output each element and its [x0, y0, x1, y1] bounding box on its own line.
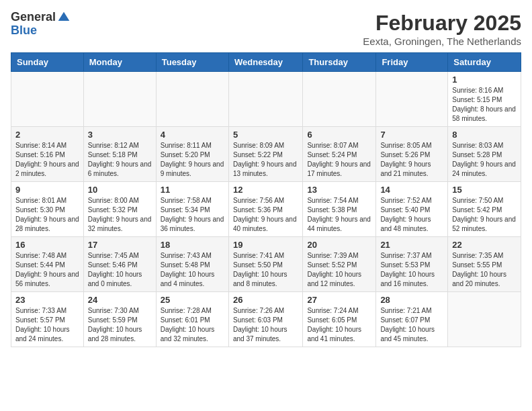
calendar-week-row: 2Sunrise: 8:14 AM Sunset: 5:16 PM Daylig…	[11, 127, 521, 182]
calendar-cell	[376, 72, 448, 127]
day-info: Sunrise: 7:54 AM Sunset: 5:38 PM Dayligh…	[307, 196, 371, 234]
day-number: 5	[233, 130, 298, 140]
day-info: Sunrise: 8:01 AM Sunset: 5:30 PM Dayligh…	[15, 196, 79, 234]
day-number: 9	[15, 185, 79, 195]
day-number: 8	[452, 130, 517, 140]
weekday-header-friday: Friday	[376, 53, 448, 72]
calendar-cell: 28Sunrise: 7:21 AM Sunset: 6:07 PM Dayli…	[376, 292, 448, 347]
day-info: Sunrise: 7:52 AM Sunset: 5:40 PM Dayligh…	[380, 196, 443, 234]
day-number: 17	[88, 240, 152, 250]
weekday-header-thursday: Thursday	[303, 53, 376, 72]
calendar-cell: 17Sunrise: 7:45 AM Sunset: 5:46 PM Dayli…	[83, 237, 156, 292]
calendar-week-row: 9Sunrise: 8:01 AM Sunset: 5:30 PM Daylig…	[11, 182, 521, 237]
weekday-header-monday: Monday	[83, 53, 156, 72]
calendar-week-row: 16Sunrise: 7:48 AM Sunset: 5:44 PM Dayli…	[11, 237, 521, 292]
day-info: Sunrise: 7:37 AM Sunset: 5:53 PM Dayligh…	[380, 251, 443, 289]
calendar-cell: 1Sunrise: 8:16 AM Sunset: 5:15 PM Daylig…	[448, 72, 521, 127]
day-number: 25	[161, 295, 224, 305]
day-number: 18	[161, 240, 224, 250]
logo-blue-text: Blue	[11, 24, 71, 38]
calendar-cell: 20Sunrise: 7:39 AM Sunset: 5:52 PM Dayli…	[303, 237, 376, 292]
calendar-table: SundayMondayTuesdayWednesdayThursdayFrid…	[11, 52, 521, 347]
weekday-header-saturday: Saturday	[448, 53, 521, 72]
day-info: Sunrise: 8:03 AM Sunset: 5:28 PM Dayligh…	[452, 141, 517, 179]
calendar-cell: 18Sunrise: 7:43 AM Sunset: 5:48 PM Dayli…	[156, 237, 228, 292]
day-info: Sunrise: 7:24 AM Sunset: 6:05 PM Dayligh…	[307, 306, 371, 344]
day-number: 3	[88, 130, 152, 140]
logo-general-text: General	[11, 11, 56, 24]
day-number: 23	[15, 295, 79, 305]
calendar-cell: 2Sunrise: 8:14 AM Sunset: 5:16 PM Daylig…	[11, 127, 84, 182]
day-info: Sunrise: 7:26 AM Sunset: 6:03 PM Dayligh…	[233, 306, 298, 344]
day-number: 1	[452, 75, 517, 85]
calendar-cell: 15Sunrise: 7:50 AM Sunset: 5:42 PM Dayli…	[448, 182, 521, 237]
day-number: 16	[15, 240, 79, 250]
day-number: 11	[161, 185, 224, 195]
calendar-cell: 23Sunrise: 7:33 AM Sunset: 5:57 PM Dayli…	[11, 292, 84, 347]
day-info: Sunrise: 8:11 AM Sunset: 5:20 PM Dayligh…	[161, 141, 224, 179]
day-info: Sunrise: 7:43 AM Sunset: 5:48 PM Dayligh…	[161, 251, 224, 289]
weekday-header-wednesday: Wednesday	[228, 53, 302, 72]
calendar-cell: 8Sunrise: 8:03 AM Sunset: 5:28 PM Daylig…	[448, 127, 521, 182]
calendar-cell: 10Sunrise: 8:00 AM Sunset: 5:32 PM Dayli…	[83, 182, 156, 237]
weekday-header-tuesday: Tuesday	[156, 53, 228, 72]
day-number: 19	[233, 240, 298, 250]
month-title: February 2025	[363, 11, 521, 36]
calendar-cell	[448, 292, 521, 347]
day-number: 4	[161, 130, 224, 140]
calendar-cell: 21Sunrise: 7:37 AM Sunset: 5:53 PM Dayli…	[376, 237, 448, 292]
day-info: Sunrise: 7:39 AM Sunset: 5:52 PM Dayligh…	[307, 251, 371, 289]
location-subtitle: Eexta, Groningen, The Netherlands	[363, 36, 521, 47]
calendar-cell: 22Sunrise: 7:35 AM Sunset: 5:55 PM Dayli…	[448, 237, 521, 292]
day-number: 20	[307, 240, 371, 250]
day-info: Sunrise: 7:45 AM Sunset: 5:46 PM Dayligh…	[88, 251, 152, 289]
day-info: Sunrise: 7:50 AM Sunset: 5:42 PM Dayligh…	[452, 196, 517, 234]
logo-icon	[57, 11, 71, 24]
day-info: Sunrise: 8:00 AM Sunset: 5:32 PM Dayligh…	[88, 196, 152, 234]
day-number: 24	[88, 295, 152, 305]
day-info: Sunrise: 7:30 AM Sunset: 5:59 PM Dayligh…	[88, 306, 152, 344]
day-info: Sunrise: 8:05 AM Sunset: 5:26 PM Dayligh…	[380, 141, 443, 179]
logo: General Blue	[11, 11, 71, 38]
calendar-cell	[83, 72, 156, 127]
day-info: Sunrise: 8:07 AM Sunset: 5:24 PM Dayligh…	[307, 141, 371, 179]
calendar-cell: 6Sunrise: 8:07 AM Sunset: 5:24 PM Daylig…	[303, 127, 376, 182]
calendar-cell: 16Sunrise: 7:48 AM Sunset: 5:44 PM Dayli…	[11, 237, 84, 292]
title-block: February 2025 Eexta, Groningen, The Neth…	[363, 11, 521, 47]
day-info: Sunrise: 7:48 AM Sunset: 5:44 PM Dayligh…	[15, 251, 79, 289]
calendar-week-row: 23Sunrise: 7:33 AM Sunset: 5:57 PM Dayli…	[11, 292, 521, 347]
calendar-cell: 25Sunrise: 7:28 AM Sunset: 6:01 PM Dayli…	[156, 292, 228, 347]
calendar-cell: 27Sunrise: 7:24 AM Sunset: 6:05 PM Dayli…	[303, 292, 376, 347]
calendar-cell: 12Sunrise: 7:56 AM Sunset: 5:36 PM Dayli…	[228, 182, 302, 237]
calendar-cell: 4Sunrise: 8:11 AM Sunset: 5:20 PM Daylig…	[156, 127, 228, 182]
calendar-cell	[303, 72, 376, 127]
calendar-cell: 19Sunrise: 7:41 AM Sunset: 5:50 PM Dayli…	[228, 237, 302, 292]
day-info: Sunrise: 7:28 AM Sunset: 6:01 PM Dayligh…	[161, 306, 224, 344]
day-info: Sunrise: 8:14 AM Sunset: 5:16 PM Dayligh…	[15, 141, 79, 179]
day-number: 14	[380, 185, 443, 195]
day-number: 10	[88, 185, 152, 195]
svg-marker-0	[58, 12, 70, 21]
calendar-cell: 3Sunrise: 8:12 AM Sunset: 5:18 PM Daylig…	[83, 127, 156, 182]
day-info: Sunrise: 7:21 AM Sunset: 6:07 PM Dayligh…	[380, 306, 443, 344]
day-info: Sunrise: 7:35 AM Sunset: 5:55 PM Dayligh…	[452, 251, 517, 289]
calendar-cell: 14Sunrise: 7:52 AM Sunset: 5:40 PM Dayli…	[376, 182, 448, 237]
day-info: Sunrise: 7:58 AM Sunset: 5:34 PM Dayligh…	[161, 196, 224, 234]
day-info: Sunrise: 8:12 AM Sunset: 5:18 PM Dayligh…	[88, 141, 152, 179]
calendar-cell: 24Sunrise: 7:30 AM Sunset: 5:59 PM Dayli…	[83, 292, 156, 347]
page-header: General Blue February 2025 Eexta, Gronin…	[11, 11, 521, 47]
day-number: 26	[233, 295, 298, 305]
calendar-cell: 7Sunrise: 8:05 AM Sunset: 5:26 PM Daylig…	[376, 127, 448, 182]
day-number: 6	[307, 130, 371, 140]
calendar-cell: 9Sunrise: 8:01 AM Sunset: 5:30 PM Daylig…	[11, 182, 84, 237]
day-info: Sunrise: 8:16 AM Sunset: 5:15 PM Dayligh…	[452, 86, 517, 124]
day-info: Sunrise: 7:33 AM Sunset: 5:57 PM Dayligh…	[15, 306, 79, 344]
day-number: 12	[233, 185, 298, 195]
day-number: 13	[307, 185, 371, 195]
day-info: Sunrise: 7:41 AM Sunset: 5:50 PM Dayligh…	[233, 251, 298, 289]
calendar-cell: 13Sunrise: 7:54 AM Sunset: 5:38 PM Dayli…	[303, 182, 376, 237]
calendar-cell	[156, 72, 228, 127]
calendar-cell	[228, 72, 302, 127]
day-number: 27	[307, 295, 371, 305]
calendar-cell	[11, 72, 84, 127]
